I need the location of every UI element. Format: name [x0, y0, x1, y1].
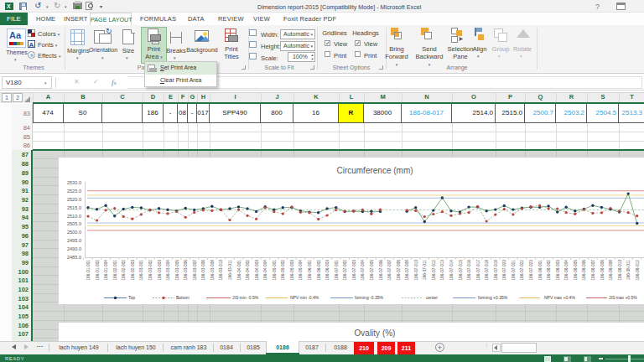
- svg-text:186-07-014: 186-07-014: [449, 260, 454, 281]
- svg-text:186-06-001: 186-06-001: [308, 260, 312, 281]
- svg-text:186-07-009: 186-07-009: [405, 260, 409, 281]
- svg-text:186-07-006: 186-07-006: [379, 260, 383, 281]
- svg-text:186-07-012: 186-07-012: [432, 260, 436, 281]
- svg-text:center: center: [426, 295, 438, 300]
- svg-text:186-06-002: 186-06-002: [317, 260, 321, 281]
- svg-text:Ovality (%): Ovality (%): [355, 328, 396, 338]
- svg-text:Circumference (mm): Circumference (mm): [336, 166, 413, 175]
- svg-text:186-03-003: 186-03-003: [158, 260, 162, 281]
- svg-text:forming +0.35%: forming +0.35%: [478, 295, 508, 300]
- svg-text:2510.0: 2510.0: [67, 214, 81, 219]
- svg-text:186-03-001: 186-03-001: [139, 260, 143, 281]
- svg-text:186-07-002: 186-07-002: [343, 260, 347, 281]
- svg-text:186-07-007: 186-07-007: [387, 260, 392, 281]
- svg-text:186-05-003: 186-05-003: [290, 260, 294, 281]
- svg-text:186-05-004: 186-05-004: [299, 260, 303, 281]
- svg-text:NPV max +0.4%: NPV max +0.4%: [544, 295, 575, 300]
- svg-text:186-07-015: 186-07-015: [459, 260, 463, 281]
- svg-text:186-07-021: 186-07-021: [512, 260, 516, 281]
- svg-text:2520.0: 2520.0: [67, 197, 81, 202]
- svg-text:2515.0: 2515.0: [67, 205, 81, 210]
- svg-text:186-07-010: 186-07-010: [414, 260, 418, 281]
- svg-text:186-07-016: 186-07-016: [467, 260, 471, 281]
- svg-text:186-08-003: 186-08-003: [556, 260, 560, 281]
- svg-text:186-07-004: 186-07-004: [361, 260, 365, 281]
- svg-text:2500.0: 2500.0: [67, 230, 81, 235]
- svg-text:186-01-001: 186-01-001: [86, 260, 91, 281]
- svg-text:186-07-018: 186-07-018: [485, 260, 489, 281]
- svg-text:186-07-001: 186-07-001: [335, 260, 339, 281]
- svg-text:186-08-010: 186-08-010: [618, 260, 622, 281]
- svg-text:186-08-012: 186-08-012: [636, 260, 640, 281]
- svg-text:2505.0: 2505.0: [67, 221, 81, 226]
- svg-text:186-08-007: 186-08-007: [591, 260, 595, 281]
- svg-text:186-01-004: 186-01-004: [104, 260, 108, 281]
- svg-text:186-05-001: 186-05-001: [273, 260, 277, 281]
- svg-text:186-07-020: 186-07-020: [502, 260, 506, 281]
- svg-text:2525.0: 2525.0: [67, 189, 81, 194]
- svg-text:186-07-003: 186-07-003: [352, 260, 356, 281]
- svg-text:JIS min -0.5%: JIS min -0.5%: [232, 295, 259, 300]
- svg-text:186-08-009: 186-08-009: [609, 260, 613, 281]
- svg-text:186-08-005: 186-08-005: [574, 260, 578, 281]
- svg-text:186-07-023: 186-07-023: [529, 260, 533, 281]
- svg-text:Top: Top: [128, 295, 135, 300]
- svg-text:186-07-013: 186-07-013: [440, 260, 444, 281]
- svg-text:186-08-002: 186-08-002: [547, 260, 551, 281]
- svg-text:Bottom: Bottom: [176, 295, 190, 300]
- svg-text:186-07-008: 186-07-008: [397, 260, 401, 281]
- svg-text:186-08-011: 186-08-011: [626, 260, 631, 281]
- svg-text:186-04-004: 186-04-004: [263, 260, 267, 281]
- svg-text:2490.0: 2490.0: [67, 246, 81, 251]
- svg-text:186-03-006: 186-03-006: [184, 260, 188, 281]
- svg-text:186-04-001: 186-04-001: [237, 260, 242, 281]
- svg-text:186-04-003: 186-04-003: [255, 260, 259, 281]
- svg-text:186-01-002: 186-01-002: [96, 260, 100, 281]
- svg-text:186-03-002: 186-03-002: [148, 260, 153, 281]
- svg-text:186-03-009: 186-03-009: [210, 260, 215, 281]
- svg-text:NPV min -0.4%: NPV min -0.4%: [290, 295, 319, 300]
- svg-text:186-02-003: 186-02-003: [131, 260, 135, 281]
- svg-text:186-03-010: 186-03-010: [219, 260, 223, 281]
- svg-text:186-07-019: 186-07-019: [494, 260, 498, 281]
- svg-text:186-02-001: 186-02-001: [113, 260, 117, 281]
- svg-text:186-03-008: 186-03-008: [201, 260, 205, 281]
- svg-text:186-07-011: 186-07-011: [423, 260, 427, 281]
- svg-text:186-03-011: 186-03-011: [228, 260, 232, 281]
- svg-text:186-07-022: 186-07-022: [520, 260, 524, 281]
- svg-text:186-08-006: 186-08-006: [582, 260, 586, 281]
- svg-text:186-08-001: 186-08-001: [538, 260, 543, 281]
- svg-text:186-03-007: 186-03-007: [193, 260, 197, 281]
- svg-text:JIS max +0.5%: JIS max +0.5%: [609, 295, 637, 300]
- svg-text:186-08-004: 186-08-004: [564, 260, 569, 281]
- svg-text:186-07-005: 186-07-005: [370, 260, 374, 281]
- svg-text:2530.0: 2530.0: [67, 180, 81, 185]
- svg-text:2485.0: 2485.0: [67, 255, 81, 260]
- svg-text:186-07-017: 186-07-017: [476, 260, 480, 281]
- svg-text:186-03-005: 186-03-005: [175, 260, 179, 281]
- svg-text:186-04-002: 186-04-002: [246, 260, 250, 281]
- svg-text:forming -0.35%: forming -0.35%: [355, 295, 383, 300]
- svg-text:186-06-003: 186-06-003: [325, 260, 330, 281]
- svg-text:186-03-004: 186-03-004: [166, 260, 170, 281]
- svg-text:186-08-008: 186-08-008: [600, 260, 605, 281]
- svg-text:186-05-002: 186-05-002: [281, 260, 285, 281]
- svg-text:186-02-002: 186-02-002: [122, 260, 126, 281]
- svg-text:2495.0: 2495.0: [67, 238, 81, 243]
